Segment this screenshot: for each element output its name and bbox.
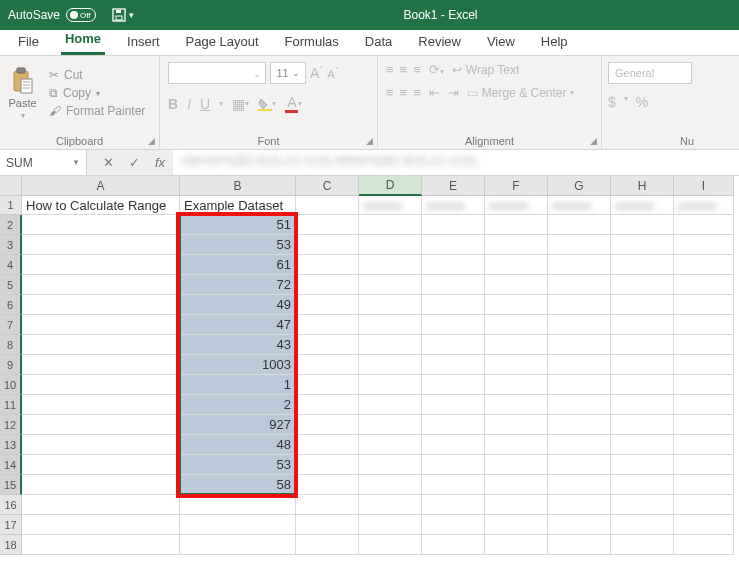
cell-E2[interactable] [422,215,485,235]
cell-E15[interactable] [422,475,485,495]
alignment-launcher-icon[interactable]: ◢ [590,136,597,146]
cell-C2[interactable] [296,215,359,235]
cell-F14[interactable] [485,455,548,475]
cell-H5[interactable] [611,275,674,295]
cell-B17[interactable] [180,515,296,535]
clipboard-launcher-icon[interactable]: ◢ [148,136,155,146]
cell-B12[interactable]: 927 [180,415,296,435]
cell-I4[interactable] [674,255,734,275]
cell-A4[interactable] [22,255,180,275]
cell-I10[interactable] [674,375,734,395]
cell-E7[interactable] [422,315,485,335]
cell-G1[interactable]: xxxxxx [548,196,611,215]
col-head-B[interactable]: B [180,176,296,196]
cell-C15[interactable] [296,475,359,495]
currency-button[interactable]: $ [608,94,616,110]
cell-B8[interactable]: 43 [180,335,296,355]
cell-I17[interactable] [674,515,734,535]
tab-insert[interactable]: Insert [123,30,164,55]
cell-G16[interactable] [548,495,611,515]
cell-C14[interactable] [296,455,359,475]
cell-D3[interactable] [359,235,422,255]
cell-F9[interactable] [485,355,548,375]
name-box[interactable]: SUM ▼ [0,150,87,175]
cell-G7[interactable] [548,315,611,335]
orientation-button[interactable]: ⟳▾ [429,62,444,77]
align-top-button[interactable]: ≡ [386,62,394,77]
cell-H11[interactable] [611,395,674,415]
cell-I3[interactable] [674,235,734,255]
border-button[interactable]: ▦▾ [232,96,249,112]
cell-E3[interactable] [422,235,485,255]
cell-A15[interactable] [22,475,180,495]
tab-help[interactable]: Help [537,30,572,55]
cell-A7[interactable] [22,315,180,335]
cell-B16[interactable] [180,495,296,515]
row-head-16[interactable]: 16 [0,495,22,515]
cell-E11[interactable] [422,395,485,415]
autosave-toggle[interactable]: Off [66,8,96,22]
row-head-9[interactable]: 9 [0,355,22,375]
cell-I6[interactable] [674,295,734,315]
cell-H16[interactable] [611,495,674,515]
cell-G10[interactable] [548,375,611,395]
row-head-7[interactable]: 7 [0,315,22,335]
row-head-13[interactable]: 13 [0,435,22,455]
cell-F3[interactable] [485,235,548,255]
cell-G18[interactable] [548,535,611,555]
tab-page-layout[interactable]: Page Layout [182,30,263,55]
cell-D7[interactable] [359,315,422,335]
chevron-down-icon[interactable]: ▾ [219,99,223,108]
cell-A18[interactable] [22,535,180,555]
cell-I1[interactable]: xxxxxx [674,196,734,215]
cell-G14[interactable] [548,455,611,475]
save-dropdown-icon[interactable]: ▾ [129,10,134,20]
row-head-14[interactable]: 14 [0,455,22,475]
cell-I18[interactable] [674,535,734,555]
cell-D15[interactable] [359,475,422,495]
cell-F7[interactable] [485,315,548,335]
cell-I16[interactable] [674,495,734,515]
cell-C12[interactable] [296,415,359,435]
cell-A3[interactable] [22,235,180,255]
cell-F8[interactable] [485,335,548,355]
font-color-button[interactable]: A▾ [285,94,302,113]
cell-A2[interactable] [22,215,180,235]
col-head-G[interactable]: G [548,176,611,196]
cell-B14[interactable]: 53 [180,455,296,475]
cell-G6[interactable] [548,295,611,315]
cell-F15[interactable] [485,475,548,495]
cell-I5[interactable] [674,275,734,295]
cell-E5[interactable] [422,275,485,295]
font-size-select[interactable]: 11⌄ [270,62,306,84]
cell-F5[interactable] [485,275,548,295]
row-head-1[interactable]: 1 [0,196,22,215]
cell-I13[interactable] [674,435,734,455]
chevron-down-icon[interactable]: ▾ [624,94,628,110]
col-head-A[interactable]: A [22,176,180,196]
cell-A14[interactable] [22,455,180,475]
formula-bar[interactable]: =MAXIFS(B2:B15,A2:A15)-MINIFS(B2:B15,A2:… [173,150,739,175]
row-head-17[interactable]: 17 [0,515,22,535]
shrink-font-button[interactable]: A˅ [327,67,338,80]
cell-F11[interactable] [485,395,548,415]
cell-E16[interactable] [422,495,485,515]
cell-D4[interactable] [359,255,422,275]
cell-B15[interactable]: 58 [180,475,296,495]
cell-H18[interactable] [611,535,674,555]
cell-G5[interactable] [548,275,611,295]
cell-E12[interactable] [422,415,485,435]
accept-formula-button[interactable]: ✓ [121,155,147,170]
save-button[interactable]: ▾ [112,8,134,22]
cell-G13[interactable] [548,435,611,455]
cell-G4[interactable] [548,255,611,275]
cell-D18[interactable] [359,535,422,555]
cell-G3[interactable] [548,235,611,255]
tab-review[interactable]: Review [414,30,465,55]
cell-C1[interactable] [296,196,359,215]
cell-C13[interactable] [296,435,359,455]
tab-view[interactable]: View [483,30,519,55]
cell-A1[interactable]: How to Calculate Range [22,196,180,215]
grow-font-button[interactable]: A˄ [310,65,323,81]
cell-G12[interactable] [548,415,611,435]
